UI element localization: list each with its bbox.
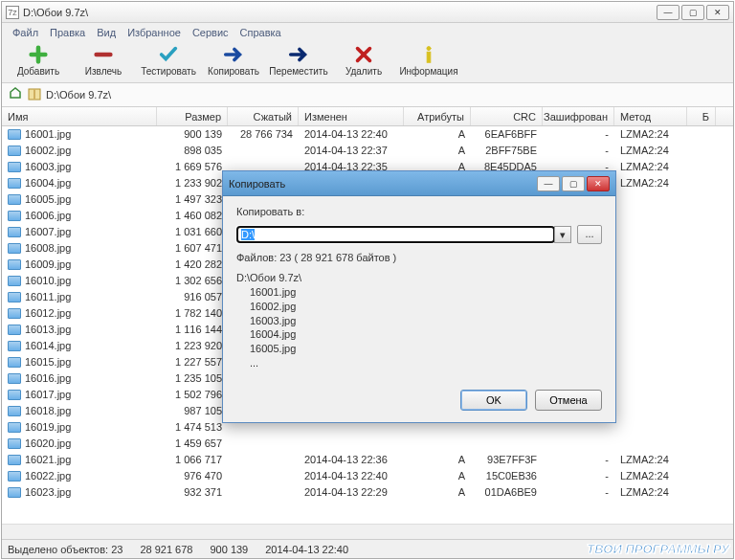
move-label: Переместить [269,66,327,77]
file-method [614,312,687,314]
maximize-button[interactable]: ▢ [681,5,704,20]
file-size: 1 235 105 [157,371,228,385]
file-row[interactable]: 16020.jpg 1 459 657 [2,436,733,452]
dialog-title: Копировать [229,178,537,190]
file-name: 16018.jpg [25,405,71,416]
dialog-maximize[interactable]: ▢ [562,176,585,191]
file-packed [228,442,299,444]
close-button[interactable]: ✕ [706,5,729,20]
menu-file[interactable]: Файл [8,25,43,40]
file-size: 1 459 657 [157,437,228,450]
file-name: 16013.jpg [25,324,71,335]
menu-view[interactable]: Вид [92,25,121,40]
file-b [687,361,716,363]
col-method[interactable]: Метод [614,107,687,125]
file-icon [8,178,21,189]
file-b [687,345,716,347]
file-b [687,280,716,281]
destination-dropdown[interactable]: ▾ [554,226,571,243]
add-icon [27,44,50,65]
col-crc[interactable]: CRC [471,107,543,125]
file-packed [228,149,299,151]
file-method [614,442,687,444]
file-method [614,345,687,347]
menu-fav[interactable]: Избранное [122,25,186,40]
file-method [614,426,687,428]
file-method: LZMA2:24 [614,144,687,157]
file-size: 1 116 144 [157,323,228,336]
minimize-button[interactable]: — [657,5,679,20]
file-row[interactable]: 16001.jpg 900 139 28 766 734 2014-04-13 … [2,126,733,143]
file-method [614,328,687,330]
file-method [614,263,687,265]
move-button[interactable]: Переместить [268,44,329,77]
file-name: 16015.jpg [25,356,71,368]
test-button[interactable]: Тестировать [138,44,199,77]
dialog-minimize[interactable]: — [537,176,560,191]
file-icon [8,243,21,254]
file-b [687,475,716,477]
file-b [687,133,716,135]
col-name[interactable]: Имя [2,107,157,125]
file-size: 976 470 [157,469,228,482]
file-b [687,410,716,412]
copy-button[interactable]: Копировать [203,44,264,77]
col-b[interactable]: Б [687,107,716,125]
dialog-close[interactable]: ✕ [587,176,610,191]
extract-button[interactable]: Извлечь [73,44,134,77]
file-row[interactable]: 16022.jpg 976 470 2014-04-13 22:40 A 15C… [2,468,733,484]
cancel-button[interactable]: Отмена [535,390,602,411]
file-row[interactable]: 16021.jpg 1 066 717 2014-04-13 22:36 A 9… [2,452,733,468]
file-method [614,231,687,233]
file-name: 16004.jpg [25,177,71,189]
menu-help[interactable]: Справка [235,25,286,40]
ok-button[interactable]: OK [460,390,527,411]
archive-icon [27,86,42,103]
file-modified: 2014-04-13 22:36 [299,453,404,466]
up-icon[interactable] [8,86,23,103]
file-method [614,410,687,412]
titlebar[interactable]: 7z D:\Обои 9.7z\ — ▢ ✕ [2,2,733,23]
dialog-titlebar[interactable]: Копировать — ▢ ✕ [223,171,615,196]
menubar: Файл Правка Вид Избранное Сервис Справка [2,23,733,42]
file-icon [8,373,21,384]
menu-edit[interactable]: Правка [45,25,90,40]
add-button[interactable]: Добавить [8,44,69,77]
dialog-list-item: ... [236,356,602,370]
file-name: 16005.jpg [25,193,71,205]
file-method [614,198,687,200]
destination-input[interactable] [236,226,555,243]
test-icon [157,44,180,65]
file-b [687,214,716,216]
col-modified[interactable]: Изменен [299,107,404,125]
file-icon [8,276,21,286]
file-row[interactable]: 16002.jpg 898 035 2014-04-13 22:37 A 2BF… [2,143,733,159]
file-method [614,393,687,395]
col-packed[interactable]: Сжатый [228,107,299,125]
menu-tools[interactable]: Сервис [188,25,234,40]
file-icon [8,162,21,172]
file-icon [8,146,21,156]
file-encrypted [543,442,614,444]
horizontal-scrollbar[interactable] [2,524,733,539]
file-name: 16019.jpg [25,421,71,433]
file-modified: 2014-04-13 22:40 [299,469,404,482]
file-icon [8,194,21,205]
dialog-list-item: 16005.jpg [236,342,602,356]
file-modified [299,426,404,428]
col-encrypted[interactable]: Зашифрован [543,107,614,125]
svg-rect-3 [33,89,35,100]
col-attributes[interactable]: Атрибуты [404,107,471,125]
col-size[interactable]: Размер [157,107,228,125]
info-button[interactable]: Информация [398,44,459,77]
file-icon [8,438,21,449]
file-b [687,263,716,265]
file-size: 1 227 557 [157,355,228,369]
file-name: 16021.jpg [25,454,71,465]
path-text[interactable]: D:\Обои 9.7z\ [46,89,727,101]
file-encrypted: - [543,127,614,141]
browse-button[interactable]: ... [577,225,602,244]
delete-button[interactable]: Удалить [333,44,394,77]
file-attr [404,442,471,444]
file-row[interactable]: 16023.jpg 932 371 2014-04-13 22:29 A 01D… [2,484,733,501]
